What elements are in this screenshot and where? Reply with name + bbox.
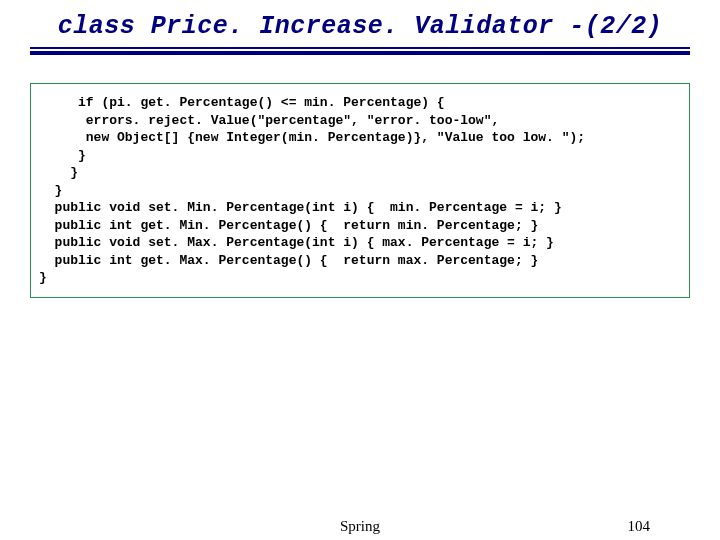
footer-center-text: Spring (340, 518, 380, 535)
slide: class Price. Increase. Validator -(2/2) … (0, 0, 720, 540)
slide-title: class Price. Increase. Validator -(2/2) (30, 12, 690, 45)
page-number: 104 (628, 518, 651, 535)
code-block: if (pi. get. Percentage() <= min. Percen… (30, 83, 690, 298)
title-underline (30, 47, 690, 55)
